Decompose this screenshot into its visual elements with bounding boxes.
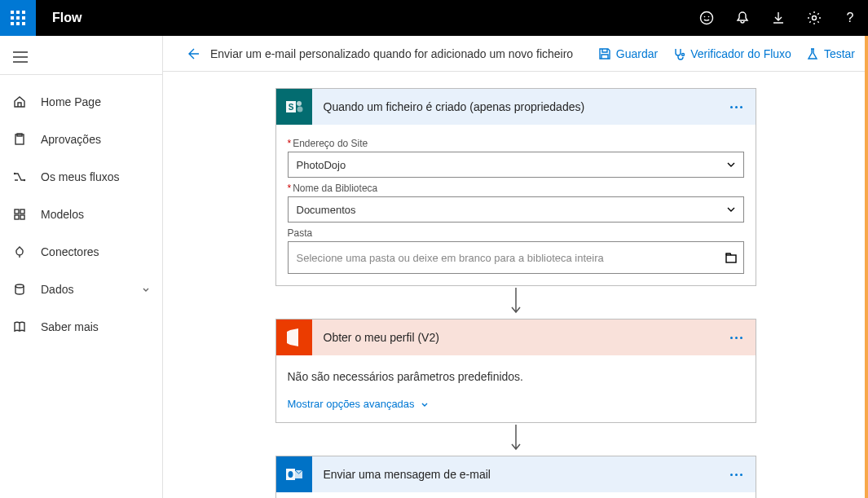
site-address-input[interactable] <box>288 152 744 178</box>
settings-icon[interactable] <box>796 0 832 36</box>
svg-rect-5 <box>22 16 25 20</box>
svg-text:S: S <box>288 103 293 112</box>
flow-icon <box>13 170 26 183</box>
sidebar: Home Page Aprovações Os meus fluxos Mode… <box>0 36 163 498</box>
svg-rect-18 <box>20 209 24 214</box>
clipboard-icon <box>13 133 26 146</box>
save-icon <box>598 47 611 60</box>
svg-rect-4 <box>16 16 20 20</box>
outlook-icon <box>276 456 312 492</box>
svg-point-22 <box>682 53 685 55</box>
card-title: Enviar uma mensagem de e-mail <box>312 468 724 481</box>
nav-label: Os meus fluxos <box>41 170 119 183</box>
nav-connectors[interactable]: Conectores <box>0 233 162 271</box>
svg-point-10 <box>704 16 706 18</box>
templates-icon <box>13 208 26 221</box>
nav-label: Dados <box>41 283 73 296</box>
action-card-profile: Obter o meu perfil (V2) Não são necessár… <box>275 319 756 423</box>
nav-label: Modelos <box>41 208 84 221</box>
field-label: *Endereço do Site <box>288 138 744 149</box>
test-label: Testar <box>824 47 855 60</box>
card-menu[interactable] <box>724 106 749 108</box>
nav-label: Saber mais <box>41 320 99 333</box>
svg-rect-17 <box>15 209 19 214</box>
card-header[interactable]: Obter o meu perfil (V2) <box>276 320 756 355</box>
card-header[interactable]: S Quando um ficheiro é criado (apenas pr… <box>276 89 756 125</box>
save-button[interactable]: Guardar <box>598 47 658 60</box>
feedback-icon[interactable] <box>689 0 725 36</box>
flow-canvas: S Quando um ficheiro é criado (apenas pr… <box>163 72 868 498</box>
folder-picker-icon[interactable] <box>725 251 738 264</box>
flow-arrow <box>506 423 526 456</box>
nav-home[interactable]: Home Page <box>0 83 162 121</box>
stethoscope-icon <box>672 47 685 60</box>
trigger-card: S Quando um ficheiro é criado (apenas pr… <box>275 88 756 286</box>
svg-rect-27 <box>726 255 736 262</box>
card-header[interactable]: Enviar uma mensagem de e-mail <box>276 456 756 492</box>
nav-data[interactable]: Dados <box>0 271 162 308</box>
notifications-icon[interactable] <box>725 0 760 36</box>
help-icon[interactable]: ? <box>832 0 868 36</box>
scrollbar-indicator <box>865 36 868 498</box>
flow-arrow <box>506 286 526 319</box>
folder-input[interactable] <box>288 241 744 274</box>
home-icon <box>13 95 26 108</box>
svg-point-16 <box>24 179 25 181</box>
svg-rect-20 <box>20 215 24 219</box>
nav-label: Conectores <box>41 245 99 258</box>
svg-rect-6 <box>11 22 14 25</box>
svg-rect-8 <box>22 22 25 25</box>
flow-title: Enviar um e-mail personalizado quando fo… <box>210 47 573 60</box>
sharepoint-icon: S <box>276 89 312 125</box>
hamburger-menu[interactable] <box>0 39 162 75</box>
office365-icon <box>276 320 312 355</box>
test-button[interactable]: Testar <box>806 47 855 60</box>
svg-rect-1 <box>16 11 20 14</box>
svg-point-11 <box>708 16 710 18</box>
nav-label: Home Page <box>41 95 101 108</box>
svg-rect-7 <box>16 22 20 25</box>
app-launcher[interactable] <box>0 0 36 36</box>
flow-checker-button[interactable]: Verificador do Fluxo <box>672 47 791 60</box>
svg-point-29 <box>288 471 293 478</box>
svg-rect-2 <box>22 11 25 14</box>
svg-rect-0 <box>11 11 14 14</box>
nav-label: Aprovações <box>41 133 101 146</box>
no-params-text: Não são necessários parâmetros predefini… <box>276 355 756 386</box>
field-label: Pasta <box>288 227 744 239</box>
book-icon <box>13 320 26 333</box>
nav-templates[interactable]: Modelos <box>0 196 162 233</box>
svg-point-25 <box>297 101 302 106</box>
card-menu[interactable] <box>724 337 749 339</box>
download-icon[interactable] <box>760 0 796 36</box>
data-icon <box>13 283 26 296</box>
flask-icon <box>806 47 819 60</box>
connectors-icon <box>13 245 26 258</box>
svg-rect-3 <box>11 16 14 20</box>
field-label: *Nome da Biblioteca <box>288 183 744 194</box>
brand-title: Flow <box>36 11 689 25</box>
svg-rect-19 <box>15 215 19 219</box>
nav-myflows[interactable]: Os meus fluxos <box>0 158 162 196</box>
save-label: Guardar <box>616 47 658 60</box>
card-title: Quando um ficheiro é criado (apenas prop… <box>312 100 724 113</box>
action-card-email: Enviar uma mensagem de e-mail *Para <box>275 456 756 498</box>
chevron-down-icon <box>141 284 151 294</box>
nav-learn[interactable]: Saber mais <box>0 308 162 346</box>
library-name-input[interactable] <box>288 196 744 223</box>
show-advanced-link[interactable]: Mostrar opções avançadas <box>288 398 430 410</box>
card-title: Obter o meu perfil (V2) <box>312 331 724 344</box>
svg-point-12 <box>813 16 817 20</box>
card-menu[interactable] <box>724 474 749 476</box>
flow-checker-label: Verificador do Fluxo <box>690 47 791 60</box>
svg-point-26 <box>297 107 302 112</box>
svg-point-21 <box>15 284 24 288</box>
svg-point-15 <box>14 173 15 174</box>
back-button[interactable] <box>184 46 200 62</box>
svg-point-9 <box>701 12 713 24</box>
nav-approvals[interactable]: Aprovações <box>0 121 162 158</box>
